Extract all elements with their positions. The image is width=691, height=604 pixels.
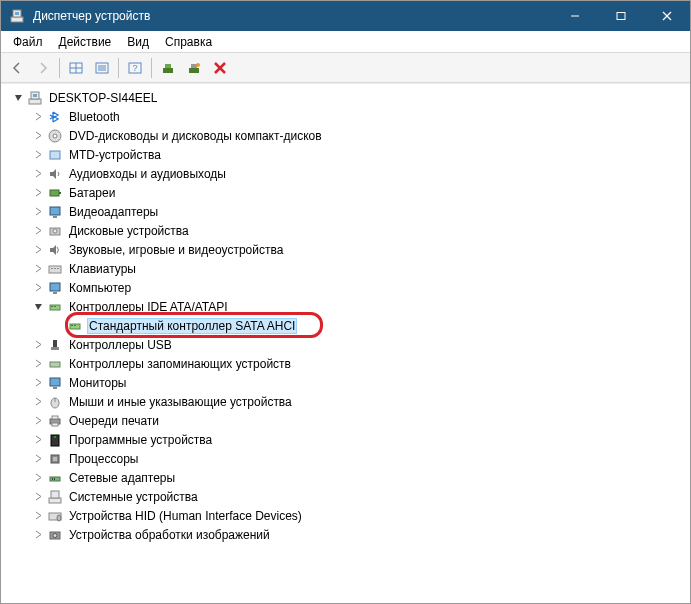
chevron-right-icon[interactable] [31,395,45,409]
tree-label: Стандартный контроллер SATA AHCI [87,318,297,334]
tree-label: DVD-дисководы и дисководы компакт-дисков [67,128,324,144]
tree-label: DESKTOP-SI44EEL [47,90,160,106]
menu-file[interactable]: Файл [5,33,51,51]
tree-node-battery[interactable]: Батареи [3,183,690,202]
chevron-right-icon[interactable] [31,433,45,447]
chevron-right-icon[interactable] [31,148,45,162]
tree-node-video[interactable]: Видеоадаптеры [3,202,690,221]
svg-point-58 [54,436,56,438]
menu-help[interactable]: Справка [157,33,220,51]
chevron-down-icon[interactable] [31,300,45,314]
uninstall-button[interactable] [208,56,232,80]
window-controls [552,1,690,31]
chevron-right-icon[interactable] [31,357,45,371]
svg-rect-40 [53,292,57,294]
chevron-right-icon[interactable] [31,243,45,257]
back-button[interactable] [5,56,29,80]
chevron-right-icon[interactable] [31,414,45,428]
chevron-right-icon[interactable] [31,490,45,504]
battery-icon [47,185,63,201]
tree-node-system[interactable]: Системные устройства [3,487,690,506]
chevron-down-icon[interactable] [11,91,25,105]
tree-node-monitor[interactable]: Мониторы [3,373,690,392]
close-button[interactable] [644,1,690,31]
tree-node-computer[interactable]: Компьютер [3,278,690,297]
svg-rect-35 [49,266,61,273]
tree-label: Звуковые, игровые и видеоустройства [67,242,285,258]
chevron-right-icon[interactable] [31,509,45,523]
help-button[interactable]: ? [123,56,147,80]
svg-rect-45 [71,325,73,326]
chevron-right-icon[interactable] [31,205,45,219]
svg-rect-62 [52,478,53,480]
menu-action[interactable]: Действие [51,33,120,51]
tree-label: Процессоры [67,451,141,467]
maximize-button[interactable] [598,1,644,31]
svg-rect-65 [51,491,59,498]
chevron-right-icon[interactable] [31,528,45,542]
tree-label: Батареи [67,185,117,201]
chevron-right-icon[interactable] [31,281,45,295]
tree-node-cpu[interactable]: Процессоры [3,449,690,468]
chevron-right-icon[interactable] [31,224,45,238]
tree-node-sound[interactable]: Звуковые, игровые и видеоустройства [3,240,690,259]
tree-node-usb[interactable]: Контроллеры USB [3,335,690,354]
chevron-right-icon[interactable] [31,452,45,466]
tree-node-ide[interactable]: Контроллеры IDE ATA/ATAPI [3,297,690,316]
mtd-icon [47,147,63,163]
tree-node-hid[interactable]: Устройства HID (Human Interface Devices) [3,506,690,525]
chevron-right-icon[interactable] [31,376,45,390]
svg-rect-2 [15,12,19,15]
svg-rect-0 [11,17,23,22]
tree-label: Системные устройства [67,489,200,505]
scan-button[interactable] [182,56,206,80]
ide-icon [47,299,63,315]
chevron-right-icon[interactable] [31,167,45,181]
device-tree[interactable]: DESKTOP-SI44EEL Bluetooth DVD-дисководы … [1,83,690,603]
tree-node-imaging[interactable]: Устройства обработки изображений [3,525,690,544]
tree-label: Мониторы [67,375,128,391]
tree-node-keyboard[interactable]: Клавиатуры [3,259,690,278]
chevron-right-icon[interactable] [31,129,45,143]
chevron-right-icon[interactable] [31,186,45,200]
tree-node-dvd[interactable]: DVD-дисководы и дисководы компакт-дисков [3,126,690,145]
camera-icon [47,527,63,543]
svg-rect-30 [59,192,61,194]
chevron-right-icon[interactable] [31,338,45,352]
tree-node-storage[interactable]: Контроллеры запоминающих устройств [3,354,690,373]
show-hidden-button[interactable] [64,56,88,80]
tree-node-software[interactable]: Программные устройства [3,430,690,449]
svg-rect-44 [70,324,80,329]
tree-label: Очереди печати [67,413,161,429]
forward-button[interactable] [31,56,55,80]
tree-node-disk[interactable]: Дисковые устройства [3,221,690,240]
minimize-button[interactable] [552,1,598,31]
sound-icon [47,242,63,258]
chevron-right-icon[interactable] [31,471,45,485]
disk-icon [47,223,63,239]
svg-point-20 [196,63,200,67]
chevron-right-icon[interactable] [31,110,45,124]
expander-empty [51,319,65,333]
keyboard-icon [47,261,63,277]
tree-node-sata-ahci[interactable]: Стандартный контроллер SATA AHCI [3,316,690,335]
tree-node-net[interactable]: Сетевые адаптеры [3,468,690,487]
tree-node-bluetooth[interactable]: Bluetooth [3,107,690,126]
usb-icon [47,337,63,353]
update-driver-button[interactable] [156,56,180,80]
tree-node-mouse[interactable]: Мыши и иные указывающие устройства [3,392,690,411]
svg-rect-38 [57,268,59,269]
tree-node-audio[interactable]: Аудиовходы и аудиовыходы [3,164,690,183]
toolbar: ? [1,53,690,83]
tree-root[interactable]: DESKTOP-SI44EEL [3,88,690,107]
chevron-right-icon[interactable] [31,262,45,276]
toolbar-separator [59,58,60,78]
properties-button[interactable] [90,56,114,80]
menu-view[interactable]: Вид [119,33,157,51]
toolbar-separator [118,58,119,78]
svg-rect-23 [29,99,41,104]
svg-rect-4 [617,13,625,20]
tree-node-mtd[interactable]: MTD-устройства [3,145,690,164]
tree-node-printq[interactable]: Очереди печати [3,411,690,430]
monitor-icon [47,375,63,391]
